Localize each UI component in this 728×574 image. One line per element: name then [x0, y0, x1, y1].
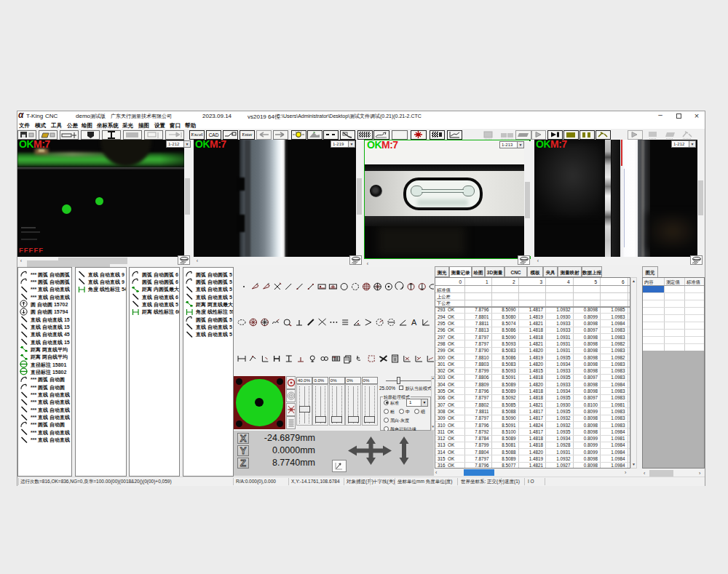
- svg-text:Z: Z: [240, 458, 246, 468]
- svg-text:Y: Y: [240, 446, 247, 455]
- svg-text:X: X: [240, 434, 247, 443]
- svg-text:A: A: [411, 318, 417, 327]
